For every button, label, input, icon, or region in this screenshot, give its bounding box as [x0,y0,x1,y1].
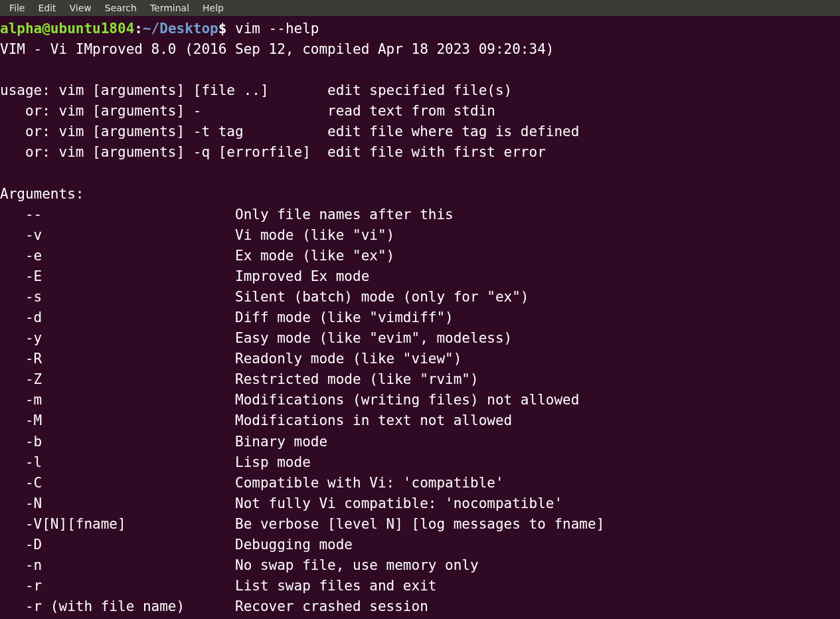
prompt-path: ~/Desktop [143,21,218,37]
output-args-header: Arguments: [0,186,84,202]
menubar: File Edit View Search Terminal Help [0,0,840,16]
prompt: alpha@ubuntu1804:~/Desktop$ [0,21,235,37]
output-version: VIM - Vi IMproved 8.0 (2016 Sep 12, comp… [0,41,554,57]
prompt-user-host: alpha@ubuntu1804 [0,21,134,37]
prompt-dollar: $ [218,21,235,37]
menu-help[interactable]: Help [196,1,230,15]
output-args: -- Only file names after this -v Vi mode… [0,207,604,614]
terminal-viewport[interactable]: alpha@ubuntu1804:~/Desktop$ vim --help V… [0,16,840,617]
command-text: vim --help [235,21,319,37]
menu-edit[interactable]: Edit [31,1,62,15]
menu-terminal[interactable]: Terminal [143,1,196,15]
menu-search[interactable]: Search [98,1,143,15]
menu-view[interactable]: View [63,1,98,15]
prompt-colon: : [134,21,143,37]
menu-file[interactable]: File [3,1,31,15]
output-usage: usage: vim [arguments] [file ..] edit sp… [0,82,579,160]
